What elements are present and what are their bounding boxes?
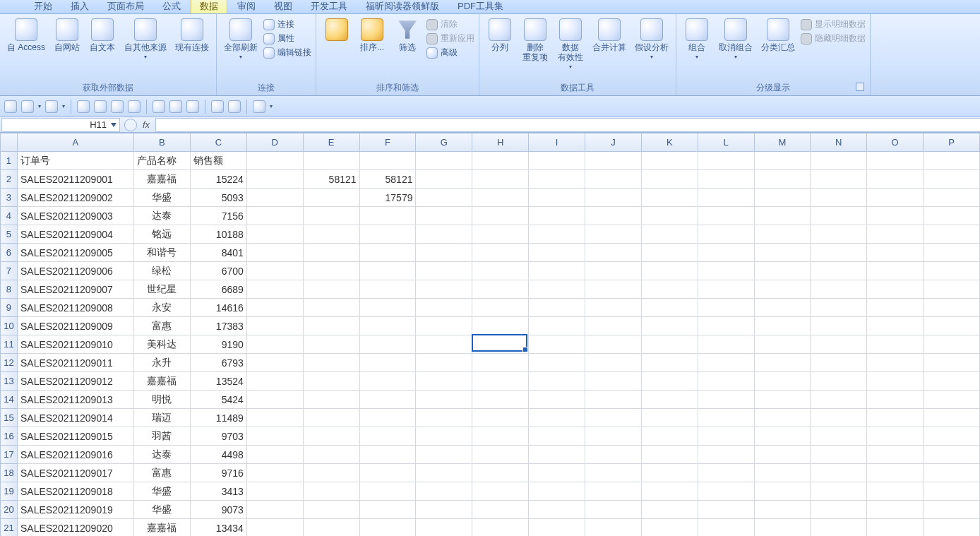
col-header-D[interactable]: D — [246, 133, 303, 152]
cell[interactable]: 嘉嘉福 — [133, 519, 190, 537]
cell[interactable]: 富惠 — [133, 317, 190, 335]
qat-copy-button[interactable] — [111, 100, 124, 113]
cell[interactable]: 6689 — [190, 280, 246, 299]
qat-open-button[interactable] — [77, 100, 90, 113]
cell[interactable] — [472, 280, 529, 299]
cell[interactable]: 和谐号 — [133, 244, 190, 262]
qat-print-button[interactable] — [186, 100, 199, 113]
cell[interactable] — [529, 262, 585, 280]
cell[interactable] — [698, 446, 754, 464]
cell[interactable] — [811, 189, 867, 207]
cell[interactable] — [472, 317, 529, 335]
row-header-1[interactable]: 1 — [1, 152, 18, 170]
tab-开始[interactable]: 开始 — [25, 0, 61, 13]
cell[interactable] — [359, 409, 416, 427]
cell[interactable] — [698, 427, 754, 446]
cell[interactable] — [754, 207, 811, 225]
cell[interactable] — [303, 446, 359, 464]
cell[interactable] — [754, 335, 811, 354]
cell[interactable] — [472, 335, 529, 354]
cell[interactable] — [529, 152, 585, 170]
cell[interactable] — [811, 152, 867, 170]
cell[interactable] — [529, 299, 585, 317]
cell[interactable] — [754, 280, 811, 299]
cell[interactable]: 嘉嘉福 — [133, 170, 190, 189]
cell[interactable] — [359, 354, 416, 372]
cell[interactable] — [924, 372, 980, 391]
cell[interactable] — [529, 335, 585, 354]
cell[interactable] — [359, 464, 416, 482]
cell[interactable] — [472, 501, 529, 519]
col-header-P[interactable]: P — [924, 133, 980, 152]
cell[interactable] — [359, 152, 416, 170]
col-header-O[interactable]: O — [867, 133, 924, 152]
cell[interactable] — [754, 152, 811, 170]
cell[interactable]: 7156 — [190, 207, 246, 225]
cell[interactable] — [416, 152, 472, 170]
cell[interactable] — [585, 519, 642, 537]
sort-button[interactable]: 排序... — [356, 17, 388, 54]
cell[interactable] — [416, 225, 472, 244]
cell[interactable] — [359, 482, 416, 501]
cell[interactable] — [924, 354, 980, 372]
worksheet-area[interactable]: ABCDEFGHIJKLMNOP 1订单号产品名称销售额2SALES202112… — [0, 133, 980, 536]
cell[interactable] — [303, 391, 359, 409]
cell[interactable] — [246, 317, 303, 335]
cell[interactable] — [867, 409, 924, 427]
data-validation-button[interactable]: 数据有效性▾ — [554, 17, 587, 73]
cell[interactable] — [811, 262, 867, 280]
col-header-B[interactable]: B — [133, 133, 190, 152]
row-header-2[interactable]: 2 — [1, 170, 18, 189]
cell[interactable] — [924, 482, 980, 501]
cell[interactable] — [359, 207, 416, 225]
properties-button[interactable]: 属性 — [263, 32, 311, 44]
qat-desc-button[interactable] — [228, 100, 241, 113]
cell[interactable]: 13434 — [190, 519, 246, 537]
cell[interactable] — [867, 299, 924, 317]
row-header-12[interactable]: 12 — [1, 354, 18, 372]
cell[interactable] — [698, 335, 754, 354]
tab-审阅[interactable]: 审阅 — [229, 0, 264, 13]
cell[interactable] — [698, 501, 754, 519]
from-web-button[interactable]: 自网站 — [51, 17, 83, 54]
cell[interactable]: SALES20211209003 — [17, 207, 133, 225]
cell[interactable] — [641, 299, 698, 317]
cell[interactable] — [585, 299, 642, 317]
cell[interactable] — [472, 170, 529, 189]
cell[interactable] — [867, 391, 924, 409]
cell[interactable]: 铭远 — [133, 225, 190, 244]
subtotal-button[interactable]: 分类汇总 — [758, 17, 798, 54]
row-header-16[interactable]: 16 — [1, 427, 18, 446]
cell[interactable] — [416, 427, 472, 446]
cell[interactable] — [867, 519, 924, 537]
cell[interactable] — [641, 170, 698, 189]
cell[interactable] — [529, 372, 585, 391]
cell[interactable] — [303, 280, 359, 299]
cell[interactable]: 11489 — [190, 409, 246, 427]
col-header-C[interactable]: C — [190, 133, 246, 152]
cell[interactable] — [698, 262, 754, 280]
cell[interactable] — [811, 427, 867, 446]
cell[interactable] — [641, 464, 698, 482]
tab-视图[interactable]: 视图 — [265, 0, 301, 13]
cell[interactable] — [585, 391, 642, 409]
col-header-N[interactable]: N — [811, 133, 867, 152]
cell[interactable] — [924, 409, 980, 427]
cell[interactable] — [754, 519, 811, 537]
cell[interactable] — [754, 299, 811, 317]
cell[interactable] — [246, 225, 303, 244]
row-header-4[interactable]: 4 — [1, 207, 18, 225]
cell[interactable] — [472, 464, 529, 482]
row-header-7[interactable]: 7 — [1, 262, 18, 280]
cell[interactable] — [303, 501, 359, 519]
cell[interactable] — [811, 501, 867, 519]
filter-button[interactable]: 筛选 — [391, 17, 424, 54]
cell[interactable]: 销售额 — [190, 152, 246, 170]
cell[interactable] — [246, 501, 303, 519]
cell[interactable] — [811, 446, 867, 464]
cell[interactable] — [416, 189, 472, 207]
cell[interactable] — [246, 335, 303, 354]
cell[interactable] — [359, 317, 416, 335]
cell[interactable] — [811, 335, 867, 354]
cell[interactable] — [867, 354, 924, 372]
